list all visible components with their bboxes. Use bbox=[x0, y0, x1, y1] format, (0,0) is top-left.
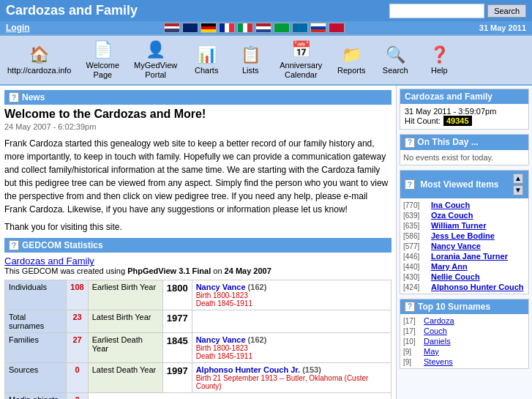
sn-count: [9] bbox=[403, 358, 422, 366]
flag-fr[interactable] bbox=[219, 23, 235, 33]
news-thank: Thank you for visiting this site. bbox=[4, 222, 391, 232]
birth-label-earliest: Earliest Birth Year bbox=[88, 280, 162, 310]
flag-dk[interactable] bbox=[329, 23, 345, 33]
search-input[interactable] bbox=[389, 4, 484, 18]
login-link[interactable]: Login bbox=[6, 23, 30, 33]
mv-name[interactable]: Nancy Vance bbox=[431, 242, 481, 250]
stats-row-individuals: Individuals 108 Earliest Birth Year 1800… bbox=[5, 280, 391, 310]
flags-container bbox=[164, 23, 345, 33]
flag-nl[interactable] bbox=[255, 23, 271, 33]
stats-row-surnames: Total surnames 23 Latest Birth Year 1977 bbox=[5, 310, 391, 333]
stats-label-families: Families bbox=[5, 333, 67, 363]
site-title: Cardozas and Family bbox=[6, 3, 138, 18]
nav-anniversary[interactable]: 📅 AnniversaryCalendar bbox=[272, 37, 329, 83]
mv-name[interactable]: Alphonso Hunter Couch bbox=[431, 283, 524, 291]
lists-icon: 📋 bbox=[241, 45, 261, 64]
nav-charts[interactable]: 📊 Charts bbox=[184, 37, 228, 83]
gedcom-section: ? GEDCOM Statistics Cardozas and Family … bbox=[4, 238, 391, 399]
birth-name-0[interactable]: Nancy Vance (162) bbox=[196, 283, 267, 291]
top-surnames-icon: ? bbox=[405, 302, 415, 312]
death-label-earliest: Earliest Death Year bbox=[88, 333, 162, 363]
death-detail-latest: Alphonso Hunter Couch Jr. (153) Birth 21… bbox=[192, 363, 391, 393]
stats-value-surnames[interactable]: 23 bbox=[67, 310, 88, 333]
on-this-day-label: On This Day ... bbox=[417, 137, 478, 147]
most-viewed-scroll-down[interactable]: ▼ bbox=[513, 185, 523, 195]
top-surnames-box: ? Top 10 Surnames [17]Cardoza[17]Couch[1… bbox=[400, 299, 529, 369]
stats-row-families: Families 27 Earliest Death Year 1845 Nan… bbox=[5, 333, 391, 363]
stats-value-individuals[interactable]: 108 bbox=[67, 280, 88, 310]
gedcom-family-link[interactable]: Cardozas and Family bbox=[4, 256, 391, 266]
right-sidebar: Cardozas and Family 31 May 2011 - 3:59:0… bbox=[397, 86, 532, 399]
top-surnames-list: [17]Cardoza[17]Couch[10]Daniels[9]May[9]… bbox=[400, 314, 528, 368]
death-name-3[interactable]: Alphonso Hunter Couch Jr. (153) bbox=[196, 365, 321, 374]
mv-name[interactable]: Nellie Couch bbox=[431, 272, 480, 281]
nav-mygedview[interactable]: 👤 MyGedViewPortal bbox=[127, 37, 184, 83]
nav-reports-label: Reports bbox=[337, 66, 366, 75]
mv-count: [635] bbox=[403, 222, 429, 230]
news-section-header: ? News bbox=[4, 90, 391, 105]
news-title: Welcome to the Cardozas and More! bbox=[4, 108, 391, 121]
death-label-latest: Latest Death Year bbox=[88, 363, 162, 393]
death-year-earliest: 1845 bbox=[162, 333, 192, 363]
surname-item: [17]Cardoza bbox=[402, 316, 527, 326]
flag-ru[interactable] bbox=[310, 23, 326, 33]
gedcom-created: This GEDCOM was created using PhpGedView… bbox=[4, 266, 391, 275]
sn-name[interactable]: Stevens bbox=[424, 357, 453, 366]
mv-count: [430] bbox=[403, 273, 429, 281]
nav-welcome-label: WelcomePage bbox=[86, 61, 119, 80]
nav-lists[interactable]: 📋 Lists bbox=[228, 37, 272, 83]
gedcom-created-date: 24 May 2007 bbox=[225, 266, 271, 275]
mv-name[interactable]: Mary Ann bbox=[431, 262, 468, 271]
nav-search-label: Search bbox=[383, 66, 408, 75]
gedcom-software: PhpGedView 3.1 Final bbox=[127, 266, 211, 275]
birth-year-earliest: 1800 bbox=[162, 280, 192, 310]
surname-item: [9]May bbox=[402, 346, 527, 357]
mv-count: [577] bbox=[403, 242, 429, 250]
family-info-header: Cardozas and Family bbox=[400, 89, 528, 104]
mv-name[interactable]: Oza Couch bbox=[431, 211, 473, 220]
stats-label-sources: Sources bbox=[5, 363, 67, 393]
gedcom-stats-table: Individuals 108 Earliest Birth Year 1800… bbox=[4, 280, 391, 399]
flag-us[interactable] bbox=[164, 23, 180, 33]
news-body: Frank Cardoza started this genealogy web… bbox=[4, 137, 391, 216]
sn-count: [9] bbox=[403, 348, 422, 356]
most-viewed-scroll: ▲ ▼ bbox=[512, 173, 524, 196]
flag-it[interactable] bbox=[237, 23, 253, 33]
most-viewed-header: ? Most Viewed Items ▲ ▼ bbox=[400, 171, 528, 198]
flag-se[interactable] bbox=[292, 23, 308, 33]
death-sub-2a: Birth 1800-1823 bbox=[196, 344, 248, 352]
sn-name[interactable]: Cardoza bbox=[424, 316, 454, 325]
nav-welcome[interactable]: 📄 WelcomePage bbox=[78, 37, 127, 83]
mv-name[interactable]: Lorania Jane Turner bbox=[431, 252, 508, 261]
hit-count-label: Hit Count: bbox=[405, 116, 441, 125]
nav-help[interactable]: ❓ Help bbox=[417, 37, 461, 83]
flag-br[interactable] bbox=[274, 23, 290, 33]
sn-name[interactable]: Daniels bbox=[424, 337, 451, 346]
sn-name[interactable]: Couch bbox=[424, 327, 447, 335]
stats-value-families[interactable]: 27 bbox=[67, 333, 88, 363]
sn-count: [17] bbox=[403, 317, 422, 325]
flag-uk[interactable] bbox=[182, 23, 198, 33]
nav-reports[interactable]: 📁 Reports bbox=[329, 37, 373, 83]
left-content: ? News Welcome to the Cardozas and More!… bbox=[0, 86, 397, 399]
birth-detail-earliest: Nancy Vance (162) Birth 1800-1823 Death … bbox=[192, 280, 391, 310]
stats-value-media[interactable]: 2 bbox=[67, 393, 88, 399]
header-search: Search bbox=[389, 4, 526, 18]
most-viewed-scroll-up[interactable]: ▲ bbox=[513, 174, 523, 184]
stats-value-sources[interactable]: 0 bbox=[67, 363, 88, 393]
death-name-2[interactable]: Nancy Vance (162) bbox=[196, 335, 267, 344]
login-bar: Login 31 May 2011 bbox=[0, 21, 532, 34]
search-button[interactable]: Search bbox=[487, 4, 526, 18]
death-year-latest: 1997 bbox=[162, 363, 192, 393]
family-info-body: 31 May 2011 - 3:59:07pm Hit Count: 49345 bbox=[400, 104, 528, 129]
birth-year-latest: 1977 bbox=[162, 310, 192, 333]
birth-detail-latest bbox=[192, 310, 391, 333]
nav-home[interactable]: 🏠 http://cardoza.info bbox=[0, 37, 78, 83]
flag-de[interactable] bbox=[201, 23, 217, 33]
sn-name[interactable]: May bbox=[424, 347, 439, 356]
mv-name[interactable]: Jess Lee Bodine bbox=[431, 231, 495, 240]
nav-search[interactable]: 🔍 Search bbox=[373, 37, 417, 83]
mv-name[interactable]: Ina Couch bbox=[431, 201, 470, 209]
mv-name[interactable]: William Turner bbox=[431, 221, 487, 230]
birth-sub-0a: Birth 1800-1823 bbox=[196, 291, 248, 299]
